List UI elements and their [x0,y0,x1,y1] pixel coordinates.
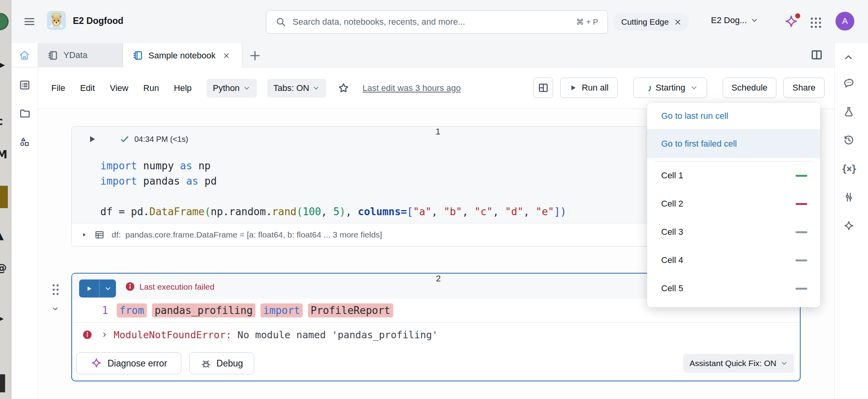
error-type: ModuleNotFoundError: [114,329,231,341]
run-menu-cell-row[interactable]: Cell 2 [647,190,820,218]
cell-drag-handle[interactable] [51,283,60,296]
cell-2-code: frompandas_profilingimportProfileReport [117,305,398,316]
tab-sample-notebook[interactable]: Sample notebook [123,43,242,68]
notebook-icon [47,50,58,61]
code-token: , [431,206,443,218]
cluster-status-button[interactable]: Starting [633,78,707,98]
comments-icon[interactable] [843,77,855,89]
run-menu-cell-row[interactable]: Cell 5 [647,274,820,303]
expand-caret-icon[interactable] [81,232,87,238]
home-tab[interactable] [11,43,38,67]
cell-label: Cell 5 [661,283,796,294]
assistant-quick-fix-toggle[interactable]: Assistant Quick Fix: ON [683,354,794,373]
language-selector[interactable]: Python [206,79,257,98]
assistant-sparkle-icon[interactable] [843,220,855,232]
share-button[interactable]: Share [783,78,825,98]
collapse-cell-icon[interactable] [50,305,60,313]
workspace-selector[interactable]: E2 Dog... [711,15,759,25]
search-icon [276,17,286,27]
search-input[interactable]: Search data, notebooks, recents, and mor… [266,10,608,34]
menu-help[interactable]: Help [174,83,192,93]
last-edit-link[interactable]: Last edit was 3 hours ago [362,83,461,93]
menu-view[interactable]: View [110,83,128,93]
cell-status-dash-success [796,175,807,177]
assistant-sparkle-button[interactable] [784,15,799,30]
cutting-edge-chip[interactable]: Cutting Edge [613,13,689,31]
debug-button[interactable]: Debug [189,352,254,374]
cell-label: Cell 4 [661,255,796,265]
tabs-toggle[interactable]: Tabs: ON [267,79,327,98]
run-menu-cell-row[interactable]: Cell 4 [647,246,820,274]
background-green-shape [0,13,9,30]
chevron-down-icon [690,84,698,92]
chip-close-icon[interactable] [674,18,682,26]
go-to-last-run-cell[interactable]: Go to last run cell [647,103,820,129]
collapse-panel-icon[interactable] [843,52,855,63]
run-cell-split-button[interactable] [79,279,116,297]
hamburger-menu-icon[interactable] [23,16,36,27]
menu-file[interactable]: File [51,83,65,93]
code-token: , [345,206,358,218]
experiments-flask-icon[interactable] [843,106,855,118]
code-token: ProfileReport [308,303,393,317]
background-dark-shape [0,374,5,392]
code-token: from [117,303,147,317]
code-token: df = pd. [100,206,149,218]
layout-button[interactable] [533,78,553,98]
run-options-button[interactable] [99,279,116,297]
run-button[interactable] [79,279,99,297]
expand-error-icon[interactable] [101,331,108,338]
history-icon[interactable] [843,134,855,146]
app-switcher-icon[interactable] [809,16,823,30]
code-token: , [523,206,535,218]
cell-1-code[interactable]: import numpy as npimport pandas as pddf … [100,158,566,219]
spinner-icon [641,83,652,93]
code-token: import [260,303,303,317]
cell-status-dash-failed [796,203,807,205]
tab-close-icon[interactable] [222,52,230,60]
search-placeholder: Search data, notebooks, recents, and mor… [293,17,576,27]
code-token: DataFrame [149,206,204,218]
split-view-icon[interactable] [810,49,824,62]
sidebar-item-folder[interactable] [19,107,31,119]
go-to-first-failed-cell[interactable]: Go to first failed cell [647,129,820,158]
menu-run[interactable]: Run [143,83,159,93]
workspace-logo [47,11,66,30]
cell-label: Cell 1 [661,170,796,181]
tab-ydata[interactable]: YData [38,43,123,67]
variables-icon[interactable]: {×} [843,163,855,175]
cell-status-dash-none [796,259,807,261]
chip-label: Cutting Edge [621,17,669,27]
new-tab-button[interactable] [248,49,262,62]
code-token: numpy [137,160,180,172]
schedule-button[interactable]: Schedule [723,78,777,98]
code-token: "d" [505,206,523,218]
run-menu-cell-row[interactable]: Cell 1 [647,161,820,190]
diagnose-error-button[interactable]: Diagnose error [76,352,181,374]
settings-sliders-icon[interactable] [843,191,855,203]
left-sidebar [11,43,38,399]
code-token: "c" [474,206,493,218]
cell-number: 2 [430,274,446,284]
error-output-row: ModuleNotFoundError: No module named 'pa… [72,322,800,347]
favorite-star-icon[interactable] [337,82,350,94]
menu-edit[interactable]: Edit [80,83,95,93]
code-token: pd [198,175,217,187]
background-olive-shape [0,186,8,208]
databricks-window: E2 Dogfood Search data, notebooks, recen… [11,0,868,399]
cell-status-dash-none [796,288,807,290]
run-all-button[interactable]: Run all [560,78,617,98]
chevron-down-icon [104,285,112,292]
run-menu-cell-row[interactable]: Cell 3 [647,218,820,246]
code-token: pandas [137,175,186,187]
code-token: import [100,175,137,187]
line-number: 1 [98,305,108,316]
code-line: import pandas as pd [100,174,566,189]
sidebar-item-toc[interactable] [19,79,31,91]
sidebar-item-shapes[interactable] [19,136,31,148]
chevron-down-icon [243,84,251,92]
code-token: columns [358,206,401,218]
cell-2-actions-row: Diagnose error Debug Assistant Quick Fix… [72,348,800,381]
run-cell-icon[interactable] [87,134,97,144]
user-avatar[interactable]: A [835,12,854,31]
